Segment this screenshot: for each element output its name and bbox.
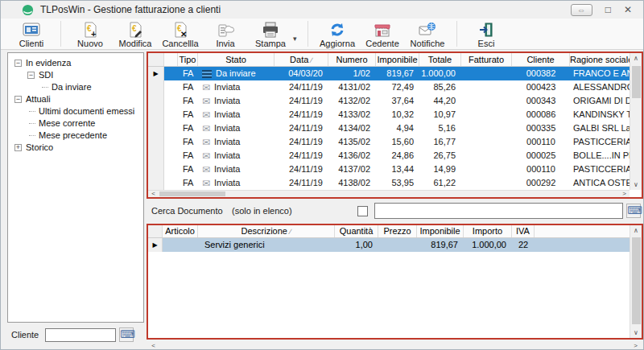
scroll-up-icon[interactable]: ∧ <box>630 53 642 64</box>
scrollbar-thumb[interactable] <box>632 237 641 324</box>
search-label: Cerca Documento <box>151 206 232 216</box>
collapse-icon[interactable]: − <box>14 96 22 103</box>
tree-item-attuali[interactable]: − Attuali <box>10 93 142 105</box>
svg-text:€: € <box>132 24 137 33</box>
navigation-tree: − In evidenza − SDI Da inviare − Attuali… <box>7 52 144 323</box>
cancella-button[interactable]: €✕ Cancellla <box>158 19 203 49</box>
app-logo-icon <box>22 4 34 16</box>
search-input[interactable] <box>374 203 623 219</box>
table-row[interactable]: FA ✉Inviata 24/11/19 4135/02 15,60 16,77… <box>148 135 630 149</box>
table-row[interactable]: FA ✉Inviata 24/11/19 4136/02 24,86 26,75… <box>148 149 630 163</box>
header-imponibile[interactable]: Imponibile <box>417 225 464 237</box>
table-row[interactable]: FA ✉Inviata 24/11/19 4138/02 53,95 61,22… <box>148 176 630 190</box>
table-row[interactable]: ▶ FA Da inviare 04/03/20 1/02 819,67 1.0… <box>148 67 630 80</box>
app-window: TLPosWin - Gestione fatturazione a clien… <box>0 0 644 350</box>
modifica-button[interactable]: € Modifica <box>113 19 158 49</box>
sent-envelope-icon: ✉ <box>202 179 210 188</box>
header-stato[interactable]: Stato <box>198 53 275 66</box>
header-importo[interactable]: Importo <box>464 225 512 237</box>
toolbar: Clienti €+ Nuovo € Modifica €✕ Cancellla… <box>1 19 644 50</box>
scroll-up-icon[interactable]: ∧ <box>630 225 642 236</box>
search-hint: (solo in elenco) <box>232 206 306 216</box>
delete-invoice-icon: €✕ <box>172 21 188 39</box>
row-selector <box>148 176 164 190</box>
invia-button[interactable]: Invia <box>203 19 248 49</box>
clienti-button[interactable]: Clienti <box>9 19 54 49</box>
scroll-left-icon[interactable]: < <box>148 341 159 350</box>
table-row[interactable]: FA ✉Inviata 24/11/19 4131/02 72,49 85,26… <box>148 80 630 94</box>
cliente-row: Cliente ⌨ <box>7 326 146 344</box>
table-row[interactable]: FA ✉Inviata 24/11/19 4133/02 10,32 10,97… <box>148 108 630 121</box>
minimize-button[interactable]: ⇔ <box>571 4 592 16</box>
toolbar-separator <box>456 21 457 47</box>
virtual-keyboard-icon[interactable]: ⌨ <box>119 327 134 342</box>
tree-item-storico[interactable]: + Storico <box>10 142 142 154</box>
esci-button[interactable]: Esci <box>464 19 509 49</box>
search-scope-checkbox[interactable] <box>357 206 368 216</box>
scroll-down-icon[interactable]: ∨ <box>630 179 642 190</box>
row-selector: ▶ <box>148 238 163 252</box>
header-tipo[interactable]: Tipo <box>178 53 198 66</box>
tree-item-mese-corrente[interactable]: Mese corrente <box>10 117 142 130</box>
table-row[interactable]: FA ✉Inviata 24/11/19 4137/02 13,44 14,99… <box>148 163 630 176</box>
table-row[interactable]: FA ✉Inviata 24/11/19 4134/02 4,94 5,16 0… <box>148 121 630 135</box>
window-title: TLPosWin - Gestione fatturazione a clien… <box>40 4 221 15</box>
collapse-icon[interactable]: − <box>14 60 22 67</box>
header-imponibile[interactable]: Imponibile <box>376 53 419 66</box>
exit-door-icon <box>478 21 494 39</box>
cedente-button[interactable]: Cedente <box>360 19 405 49</box>
table-row[interactable]: ▶ Servizi generici 1,00 819,67 1.000,00 … <box>148 238 630 252</box>
tree-item-sdi[interactable]: − SDI <box>10 69 142 81</box>
scrollbar-thumb[interactable] <box>159 191 225 196</box>
header-articolo[interactable]: Articolo <box>163 225 198 237</box>
maximize-button[interactable]: □ <box>605 5 611 14</box>
edit-invoice-icon: € <box>127 21 143 39</box>
sent-envelope-icon: ✉ <box>202 110 210 120</box>
tree-item-mese-precedente[interactable]: Mese precedente <box>10 130 142 142</box>
notifiche-button[interactable]: Notifiche <box>405 19 450 49</box>
header-prezzo[interactable]: Prezzo <box>378 225 417 237</box>
scrollbar-thumb[interactable] <box>632 66 641 98</box>
header-cliente[interactable]: Cliente <box>512 53 570 66</box>
header-descrizione[interactable]: Descrizione∕ <box>198 225 335 237</box>
toolbar-separator <box>60 21 61 47</box>
scroll-right-icon[interactable]: > <box>630 341 641 350</box>
header-icon-col[interactable] <box>164 53 178 66</box>
scroll-right-icon[interactable]: > <box>619 191 630 197</box>
header-iva[interactable]: IVA <box>512 225 535 237</box>
scroll-left-icon[interactable]: < <box>148 191 159 197</box>
cliente-input[interactable] <box>45 328 116 342</box>
collapse-icon[interactable]: − <box>27 72 35 79</box>
row-selector: ▶ <box>148 67 164 80</box>
stampa-dropdown-arrow[interactable]: ▾ <box>293 35 301 43</box>
row-selector <box>148 135 164 149</box>
scroll-down-icon[interactable]: ∨ <box>630 327 642 338</box>
vertical-scrollbar: ∧ ∨ <box>630 53 642 190</box>
tree-item-da-inviare[interactable]: Da inviare <box>10 81 142 93</box>
sort-ascending-icon: ∕ <box>290 228 291 236</box>
invoice-grid-header: Tipo Stato Data∕ Numero Imponibile Total… <box>148 53 630 67</box>
expand-icon[interactable]: + <box>14 144 22 151</box>
aggiorna-button[interactable]: Aggiorna <box>315 19 360 49</box>
svg-text:+: + <box>91 29 96 38</box>
table-row[interactable]: FA ✉Inviata 24/11/19 4132/02 37,64 44,20… <box>148 94 630 108</box>
header-selector <box>148 225 163 237</box>
header-ragione-sociale[interactable]: Ragione sociale <box>570 53 630 66</box>
tree-item-ultimi-documenti[interactable]: Ultimi documenti emessi <box>10 105 142 117</box>
sort-ascending-icon: ∕ <box>311 56 312 64</box>
nuovo-button[interactable]: €+ Nuovo <box>68 19 113 49</box>
printer-icon <box>262 21 279 39</box>
header-fatturato[interactable]: Fatturato <box>461 53 512 66</box>
row-selector <box>148 80 164 94</box>
tree-item-in-evidenza[interactable]: − In evidenza <box>10 57 142 69</box>
header-quantita[interactable]: Quantità <box>335 225 378 237</box>
header-data[interactable]: Data∕ <box>275 53 328 66</box>
header-totale[interactable]: Totale <box>419 53 461 66</box>
row-selector <box>148 108 164 121</box>
row-selector <box>148 121 164 135</box>
close-button[interactable]: ✕ <box>624 5 632 14</box>
virtual-keyboard-icon[interactable]: ⌨ <box>626 204 641 218</box>
clients-card-icon <box>23 21 40 39</box>
header-numero[interactable]: Numero <box>328 53 376 66</box>
stampa-button[interactable]: Stampa <box>248 19 293 49</box>
